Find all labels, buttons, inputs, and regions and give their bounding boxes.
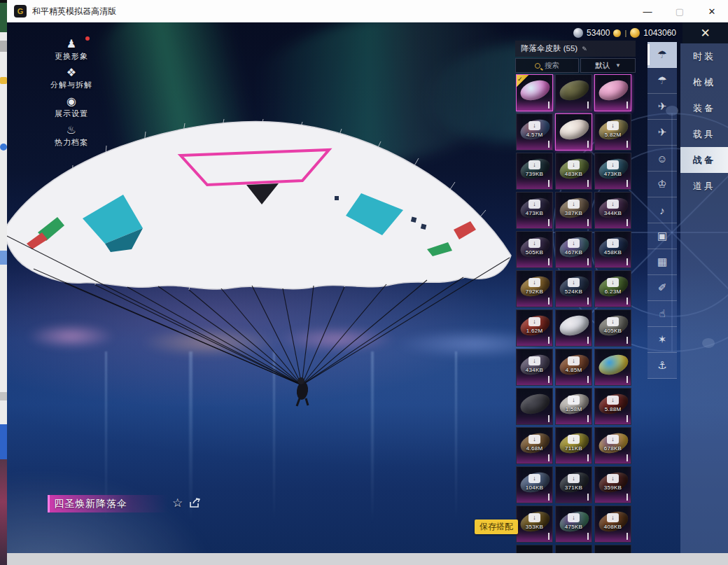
strip-parachute-icon[interactable]: ☂ bbox=[648, 42, 677, 68]
minimize-button[interactable]: — bbox=[631, 0, 664, 22]
menu-item-change-appearance[interactable]: ♟更换形象 bbox=[39, 38, 104, 62]
strip-helicopter-icon[interactable]: ✈ bbox=[648, 94, 677, 120]
grid-item[interactable]: ↓ 483KB bbox=[555, 153, 592, 190]
grid-item[interactable] bbox=[516, 388, 553, 425]
raft-icon: ⚓ bbox=[657, 359, 666, 372]
download-icon: ↓ bbox=[607, 474, 619, 483]
grid-item[interactable]: ↓ 458KB bbox=[594, 231, 631, 268]
quality-tick bbox=[626, 533, 628, 540]
tab-载具[interactable]: 载具 bbox=[680, 121, 728, 147]
grid-item[interactable] bbox=[594, 545, 631, 553]
download-badge: ↓ 505KB bbox=[517, 239, 552, 256]
download-badge: ↓ 678KB bbox=[595, 435, 631, 452]
grid-item[interactable]: ↓ 344KB bbox=[594, 192, 631, 229]
gold-amount: 1043060 bbox=[643, 28, 676, 38]
quality-tick bbox=[548, 337, 550, 344]
grid-item[interactable]: ↓ 353KB bbox=[516, 505, 553, 543]
tab-战备[interactable]: 战备 bbox=[680, 147, 728, 173]
grid-item[interactable]: ↓ 408KB bbox=[594, 505, 631, 543]
save-outfit-button[interactable]: 保存搭配 bbox=[475, 519, 518, 534]
grid-item[interactable] bbox=[516, 545, 553, 553]
strip-spray-icon[interactable]: ✐ bbox=[648, 275, 677, 301]
grid-item[interactable]: ↓ 524KB bbox=[555, 270, 592, 307]
grid-item[interactable]: ↓ 678KB bbox=[594, 427, 631, 464]
grid-item[interactable]: ↓ 792KB bbox=[516, 270, 553, 307]
strip-gallery-icon[interactable]: ▦ bbox=[648, 249, 677, 275]
tab-道具[interactable]: 道具 bbox=[680, 173, 728, 199]
parachute-preview[interactable] bbox=[7, 112, 518, 413]
favorite-star-icon[interactable]: ☆ bbox=[172, 496, 183, 510]
download-icon: ↓ bbox=[528, 513, 540, 522]
strip-glider-icon[interactable]: ☂ bbox=[648, 68, 677, 94]
quality-tick bbox=[548, 494, 550, 501]
grid-item[interactable]: ↓ 434KB bbox=[516, 349, 553, 386]
grid-item[interactable]: ↓ 4.68M bbox=[516, 427, 553, 464]
grid-item[interactable]: ↓ 104KB bbox=[516, 466, 553, 503]
close-window-button[interactable]: ✕ bbox=[696, 0, 728, 22]
strip-wand-icon[interactable]: ✶ bbox=[648, 327, 677, 353]
grid-item[interactable]: ↓ 6.23M bbox=[594, 270, 631, 307]
strip-emote-icon[interactable]: ☺ bbox=[648, 146, 677, 172]
grid-item[interactable]: ↓ 711KB bbox=[555, 427, 592, 464]
download-size: 711KB bbox=[565, 445, 582, 452]
menu-item-decompose[interactable]: ❖分解与拆解 bbox=[39, 67, 104, 90]
tab-枪械[interactable]: 枪械 bbox=[680, 69, 728, 95]
tab-装备[interactable]: 装备 bbox=[680, 95, 728, 121]
strip-helmet-icon[interactable]: ♔ bbox=[648, 172, 677, 197]
menu-item-heat-profile[interactable]: ♨热力档案 bbox=[39, 124, 104, 148]
download-size: 6.23M bbox=[605, 288, 622, 295]
maximize-button[interactable]: ▢ bbox=[664, 0, 696, 22]
grid-item[interactable]: ↓ 473KB bbox=[594, 153, 631, 190]
grid-item-selected[interactable]: ✓ bbox=[516, 74, 553, 111]
download-badge: ↓ 739KB bbox=[517, 160, 552, 177]
strip-airplane-icon[interactable]: ✈ bbox=[648, 120, 677, 146]
grid-item[interactable]: ↓ 405KB bbox=[594, 309, 631, 347]
grid-item[interactable]: ↓ 4.57M bbox=[516, 113, 553, 151]
grid-item[interactable]: ↓ 475KB bbox=[555, 505, 592, 543]
app-icon: G bbox=[14, 5, 27, 18]
grid-item[interactable]: ↓ 467KB bbox=[555, 231, 592, 268]
grid-item[interactable]: ↓ 739KB bbox=[516, 153, 553, 190]
quality-tick bbox=[626, 337, 628, 344]
grid-item[interactable]: ↓ 359KB bbox=[594, 466, 631, 503]
download-badge: ↓ 408KB bbox=[595, 513, 631, 530]
grid-item[interactable]: ↓ 1.58M bbox=[555, 388, 592, 425]
grid-item[interactable]: ↓ 473KB bbox=[516, 192, 553, 229]
sort-dropdown[interactable]: 默认 ▼ bbox=[580, 58, 636, 73]
grid-item[interactable]: ↓ 387KB bbox=[555, 192, 592, 229]
quality-tick bbox=[548, 454, 550, 461]
grid-item[interactable]: ↓ 371KB bbox=[555, 466, 592, 503]
glider-icon: ☂ bbox=[657, 74, 666, 87]
grid-item[interactable]: ↓ 5.82M bbox=[594, 113, 631, 151]
grid-item[interactable] bbox=[555, 309, 592, 347]
download-size: 1.58M bbox=[566, 406, 582, 412]
close-screen-button[interactable]: ✕ bbox=[682, 22, 728, 43]
grid-item[interactable]: ↓ 1.62M bbox=[516, 309, 553, 347]
grid-item[interactable] bbox=[555, 74, 592, 111]
tab-时装[interactable]: 时装 bbox=[680, 43, 728, 69]
strip-speaker-icon[interactable]: ♪ bbox=[648, 197, 677, 223]
download-size: 473KB bbox=[604, 171, 622, 177]
search-input[interactable]: 搜索 bbox=[515, 58, 579, 73]
edit-icon: ✎ bbox=[582, 46, 587, 53]
grid-item[interactable] bbox=[555, 113, 592, 151]
strip-screen-icon[interactable]: ▣ bbox=[648, 223, 677, 249]
download-size: 408KB bbox=[604, 524, 622, 530]
strip-gesture-icon[interactable]: ☝ bbox=[648, 301, 677, 327]
grid-item[interactable] bbox=[594, 349, 631, 386]
download-icon: ↓ bbox=[528, 160, 540, 169]
share-icon[interactable] bbox=[189, 498, 202, 508]
grid-item[interactable] bbox=[594, 74, 631, 111]
grid-item[interactable]: ↓ 505KB bbox=[516, 231, 553, 268]
download-badge: ↓ 1.58M bbox=[556, 396, 592, 412]
grid-item[interactable] bbox=[555, 545, 592, 553]
menu-item-display-settings[interactable]: ◉展示设置 bbox=[39, 95, 104, 119]
grid-item[interactable]: ↓ 4.85M bbox=[555, 349, 592, 386]
grid-item[interactable]: ↓ 5.88M bbox=[594, 388, 631, 425]
check-icon: ✓ bbox=[517, 76, 523, 83]
download-badge: ↓ 359KB bbox=[595, 474, 631, 491]
strip-raft-icon[interactable]: ⚓ bbox=[648, 353, 677, 379]
download-icon: ↓ bbox=[528, 278, 540, 287]
gallery-icon: ▦ bbox=[657, 256, 667, 268]
download-size: 5.88M bbox=[605, 406, 622, 412]
